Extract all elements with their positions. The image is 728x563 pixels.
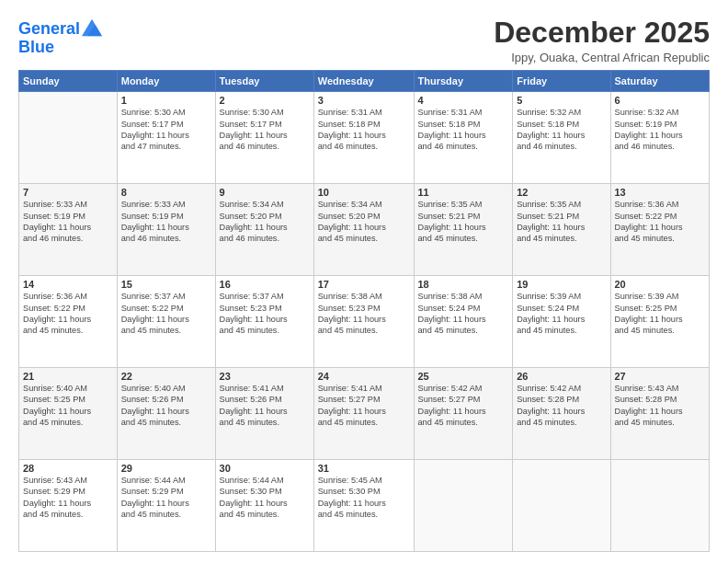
- calendar-cell: [513, 460, 610, 552]
- day-info: Sunrise: 5:32 AM Sunset: 5:19 PM Dayligh…: [615, 107, 706, 153]
- calendar-cell: 17Sunrise: 5:38 AM Sunset: 5:23 PM Dayli…: [313, 276, 414, 368]
- calendar-cell: 25Sunrise: 5:42 AM Sunset: 5:27 PM Dayli…: [414, 368, 513, 460]
- calendar-cell: 7Sunrise: 5:33 AM Sunset: 5:19 PM Daylig…: [19, 184, 118, 276]
- day-number: 10: [318, 187, 410, 198]
- day-info: Sunrise: 5:43 AM Sunset: 5:29 PM Dayligh…: [23, 475, 113, 521]
- calendar-week-row: 28Sunrise: 5:43 AM Sunset: 5:29 PM Dayli…: [19, 460, 710, 552]
- day-number: 27: [615, 371, 706, 382]
- day-number: 28: [23, 463, 113, 474]
- calendar-cell: 10Sunrise: 5:34 AM Sunset: 5:20 PM Dayli…: [313, 184, 414, 276]
- day-number: 18: [418, 279, 509, 290]
- day-number: 23: [220, 371, 310, 382]
- day-info: Sunrise: 5:32 AM Sunset: 5:18 PM Dayligh…: [517, 107, 606, 153]
- calendar-header-saturday: Saturday: [610, 71, 710, 92]
- calendar-cell: 14Sunrise: 5:36 AM Sunset: 5:22 PM Dayli…: [19, 276, 118, 368]
- calendar-cell: 26Sunrise: 5:42 AM Sunset: 5:28 PM Dayli…: [513, 368, 610, 460]
- day-info: Sunrise: 5:33 AM Sunset: 5:19 PM Dayligh…: [121, 199, 211, 245]
- calendar-cell: 22Sunrise: 5:40 AM Sunset: 5:26 PM Dayli…: [117, 368, 215, 460]
- day-number: 29: [121, 463, 211, 474]
- day-info: Sunrise: 5:43 AM Sunset: 5:28 PM Dayligh…: [615, 383, 706, 429]
- calendar-header-wednesday: Wednesday: [313, 71, 414, 92]
- day-number: 5: [517, 95, 606, 106]
- calendar-cell: 8Sunrise: 5:33 AM Sunset: 5:19 PM Daylig…: [117, 184, 215, 276]
- calendar-cell: [610, 460, 710, 552]
- logo-icon: [82, 17, 102, 38]
- day-number: 8: [121, 187, 211, 198]
- day-number: 30: [220, 463, 310, 474]
- day-number: 22: [121, 371, 211, 382]
- calendar-cell: 23Sunrise: 5:41 AM Sunset: 5:26 PM Dayli…: [215, 368, 313, 460]
- day-number: 12: [517, 187, 606, 198]
- day-info: Sunrise: 5:41 AM Sunset: 5:27 PM Dayligh…: [318, 383, 410, 429]
- day-number: 6: [615, 95, 706, 106]
- calendar-cell: 5Sunrise: 5:32 AM Sunset: 5:18 PM Daylig…: [513, 92, 610, 184]
- calendar-cell: 1Sunrise: 5:30 AM Sunset: 5:17 PM Daylig…: [117, 92, 215, 184]
- day-info: Sunrise: 5:42 AM Sunset: 5:27 PM Dayligh…: [418, 383, 509, 429]
- calendar-cell: 19Sunrise: 5:39 AM Sunset: 5:24 PM Dayli…: [513, 276, 610, 368]
- calendar-cell: 4Sunrise: 5:31 AM Sunset: 5:18 PM Daylig…: [414, 92, 513, 184]
- calendar-cell: 12Sunrise: 5:35 AM Sunset: 5:21 PM Dayli…: [513, 184, 610, 276]
- day-number: 14: [23, 279, 113, 290]
- day-number: 3: [318, 95, 410, 106]
- day-number: 19: [517, 279, 606, 290]
- day-info: Sunrise: 5:35 AM Sunset: 5:21 PM Dayligh…: [418, 199, 509, 245]
- day-info: Sunrise: 5:37 AM Sunset: 5:22 PM Dayligh…: [121, 291, 211, 337]
- calendar-cell: 31Sunrise: 5:45 AM Sunset: 5:30 PM Dayli…: [313, 460, 414, 552]
- day-number: 25: [418, 371, 509, 382]
- calendar-cell: 20Sunrise: 5:39 AM Sunset: 5:25 PM Dayli…: [610, 276, 710, 368]
- day-info: Sunrise: 5:37 AM Sunset: 5:23 PM Dayligh…: [220, 291, 310, 337]
- day-info: Sunrise: 5:44 AM Sunset: 5:30 PM Dayligh…: [220, 475, 310, 521]
- day-info: Sunrise: 5:45 AM Sunset: 5:30 PM Dayligh…: [318, 475, 410, 521]
- page: General Blue December 2025 Ippy, Ouaka, …: [0, 0, 728, 563]
- calendar-header-row: SundayMondayTuesdayWednesdayThursdayFrid…: [19, 71, 710, 92]
- day-number: 31: [318, 463, 410, 474]
- day-info: Sunrise: 5:38 AM Sunset: 5:24 PM Dayligh…: [418, 291, 509, 337]
- calendar-cell: 29Sunrise: 5:44 AM Sunset: 5:29 PM Dayli…: [117, 460, 215, 552]
- day-number: 11: [418, 187, 509, 198]
- calendar-week-row: 14Sunrise: 5:36 AM Sunset: 5:22 PM Dayli…: [19, 276, 710, 368]
- calendar-cell: 3Sunrise: 5:31 AM Sunset: 5:18 PM Daylig…: [313, 92, 414, 184]
- day-number: 16: [220, 279, 310, 290]
- calendar-cell: 11Sunrise: 5:35 AM Sunset: 5:21 PM Dayli…: [414, 184, 513, 276]
- day-info: Sunrise: 5:41 AM Sunset: 5:26 PM Dayligh…: [220, 383, 310, 429]
- calendar-header-sunday: Sunday: [19, 71, 118, 92]
- day-info: Sunrise: 5:34 AM Sunset: 5:20 PM Dayligh…: [318, 199, 410, 245]
- logo-text-line1: General: [18, 20, 80, 39]
- day-info: Sunrise: 5:38 AM Sunset: 5:23 PM Dayligh…: [318, 291, 410, 337]
- day-number: 15: [121, 279, 211, 290]
- calendar-cell: 16Sunrise: 5:37 AM Sunset: 5:23 PM Dayli…: [215, 276, 313, 368]
- day-number: 21: [23, 371, 113, 382]
- calendar-cell: 13Sunrise: 5:36 AM Sunset: 5:22 PM Dayli…: [610, 184, 710, 276]
- day-info: Sunrise: 5:31 AM Sunset: 5:18 PM Dayligh…: [418, 107, 509, 153]
- day-info: Sunrise: 5:33 AM Sunset: 5:19 PM Dayligh…: [23, 199, 113, 245]
- calendar-week-row: 7Sunrise: 5:33 AM Sunset: 5:19 PM Daylig…: [19, 184, 710, 276]
- calendar-cell: 15Sunrise: 5:37 AM Sunset: 5:22 PM Dayli…: [117, 276, 215, 368]
- day-info: Sunrise: 5:42 AM Sunset: 5:28 PM Dayligh…: [517, 383, 606, 429]
- day-info: Sunrise: 5:31 AM Sunset: 5:18 PM Dayligh…: [318, 107, 410, 153]
- calendar-header-monday: Monday: [117, 71, 215, 92]
- day-info: Sunrise: 5:39 AM Sunset: 5:25 PM Dayligh…: [615, 291, 706, 337]
- logo-text-line2: Blue: [18, 38, 54, 56]
- day-info: Sunrise: 5:40 AM Sunset: 5:25 PM Dayligh…: [23, 383, 113, 429]
- day-number: 4: [418, 95, 509, 106]
- calendar-cell: 9Sunrise: 5:34 AM Sunset: 5:20 PM Daylig…: [215, 184, 313, 276]
- day-number: 26: [517, 371, 606, 382]
- day-number: 13: [615, 187, 706, 198]
- month-title: December 2025: [494, 17, 710, 49]
- day-info: Sunrise: 5:40 AM Sunset: 5:26 PM Dayligh…: [121, 383, 211, 429]
- calendar-week-row: 1Sunrise: 5:30 AM Sunset: 5:17 PM Daylig…: [19, 92, 710, 184]
- day-number: 1: [121, 95, 211, 106]
- day-info: Sunrise: 5:39 AM Sunset: 5:24 PM Dayligh…: [517, 291, 606, 337]
- day-info: Sunrise: 5:34 AM Sunset: 5:20 PM Dayligh…: [220, 199, 310, 245]
- calendar-cell: 30Sunrise: 5:44 AM Sunset: 5:30 PM Dayli…: [215, 460, 313, 552]
- day-info: Sunrise: 5:36 AM Sunset: 5:22 PM Dayligh…: [23, 291, 113, 337]
- day-info: Sunrise: 5:30 AM Sunset: 5:17 PM Dayligh…: [121, 107, 211, 153]
- day-number: 17: [318, 279, 410, 290]
- calendar-table: SundayMondayTuesdayWednesdayThursdayFrid…: [18, 70, 710, 552]
- day-number: 24: [318, 371, 410, 382]
- day-number: 9: [220, 187, 310, 198]
- calendar-week-row: 21Sunrise: 5:40 AM Sunset: 5:25 PM Dayli…: [19, 368, 710, 460]
- calendar-cell: [414, 460, 513, 552]
- header: General Blue December 2025 Ippy, Ouaka, …: [18, 17, 710, 64]
- day-number: 20: [615, 279, 706, 290]
